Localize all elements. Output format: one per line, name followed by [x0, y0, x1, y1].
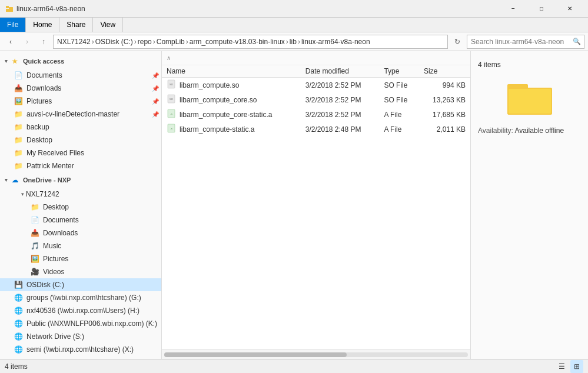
svg-rect-0	[6, 6, 9, 8]
table-row[interactable]: SOlibarm_compute.so3/2/2018 2:52 PMSO Fi…	[162, 78, 470, 93]
file-size-cell: 13,263 KB	[419, 92, 470, 107]
search-wrapper: 🔍	[467, 35, 584, 49]
file-date-cell: 3/2/2018 2:52 PM	[301, 78, 380, 93]
sidebar-item-auvsi[interactable]: 📁 auvsi-cv-lineDetection-master 📌	[0, 108, 161, 121]
sidebar-label-nxl71242: NXL71242	[26, 190, 59, 198]
table-row[interactable]: .alibarm_compute-static.a3/2/2018 2:48 P…	[162, 122, 470, 136]
quick-access-star-icon: ★	[9, 56, 20, 66]
path-lib[interactable]: lib	[290, 38, 297, 46]
tab-view[interactable]: View	[93, 18, 123, 32]
horizontal-scrollbar[interactable]	[162, 349, 470, 359]
pattrick-folder-icon: 📁	[13, 161, 24, 171]
sidebar-item-backup[interactable]: 📁 backup	[0, 121, 161, 134]
sidebar-item-od-downloads[interactable]: 📥 Downloads	[0, 227, 161, 239]
main-area: ▾ ★ Quick access 📄 Documents 📌 📥 Downloa…	[0, 51, 588, 359]
onedrive-header[interactable]: ▾ ☁ OneDrive - NXP	[0, 172, 161, 188]
sidebar-label-pictures: Pictures	[26, 97, 52, 105]
col-name[interactable]: Name	[162, 65, 301, 78]
sidebar-label-od-music: Music	[43, 242, 61, 250]
sidebar-item-nxl71242[interactable]: ▾ NXL71242	[0, 188, 161, 201]
forward-button[interactable]: ›	[20, 35, 34, 49]
sidebar-label-od-desktop: Desktop	[43, 203, 69, 211]
pin-icon: 📌	[152, 72, 159, 79]
public-icon: 🌐	[13, 318, 24, 329]
sidebar-item-downloads[interactable]: 📥 Downloads 📌	[0, 82, 161, 95]
sidebar-item-od-videos[interactable]: 🎥 Videos	[0, 265, 161, 278]
path-complib[interactable]: CompLib	[157, 38, 185, 46]
tab-home[interactable]: Home	[26, 18, 59, 32]
path-repo[interactable]: repo	[138, 38, 152, 46]
refresh-button[interactable]: ↻	[450, 35, 464, 49]
tiles-view-button[interactable]: ⊞	[570, 360, 583, 373]
path-osdisk[interactable]: OSDisk (C:)	[95, 38, 133, 46]
semi-icon: 🌐	[13, 344, 24, 355]
scroll-up-button[interactable]: ∧	[167, 55, 171, 61]
svg-text:SO: SO	[170, 98, 173, 101]
quick-access-header[interactable]: ▾ ★ Quick access	[0, 54, 161, 69]
nxl71242-arrow: ▾	[21, 191, 24, 197]
sidebar-item-od-documents[interactable]: 📄 Documents	[0, 214, 161, 227]
sidebar-item-desktop[interactable]: 📁 Desktop	[0, 134, 161, 146]
sidebar-item-nxf40536[interactable]: 🌐 nxf40536 (\\wbi.nxp.com\Users) (H:)	[0, 304, 161, 317]
path-nxl71242[interactable]: NXL71242	[57, 38, 91, 46]
file-type-cell: SO File	[379, 92, 419, 107]
back-button[interactable]: ‹	[4, 35, 18, 49]
maximize-button[interactable]: □	[528, 0, 555, 18]
close-button[interactable]: ✕	[556, 0, 583, 18]
file-name-cell: SOlibarm_compute.so	[162, 78, 301, 92]
sidebar-label-desktop: Desktop	[26, 136, 52, 144]
sidebar-label-downloads: Downloads	[26, 84, 61, 92]
address-path[interactable]: NXL71242 › OSDisk (C:) › repo › CompLib …	[53, 35, 448, 49]
sidebar-item-semi[interactable]: 🌐 semi (\\wbi.nxp.com\htcshare) (X:)	[0, 343, 161, 356]
path-armcompute[interactable]: arm_compute-v18.03-bin-linux	[190, 38, 285, 46]
file-size-cell: 17,685 KB	[419, 107, 470, 122]
file-name-cell: SOlibarm_compute_core.so	[162, 92, 301, 107]
file-icon: .a	[167, 124, 176, 135]
sidebar-item-pictures[interactable]: 🖼️ Pictures 📌	[0, 95, 161, 108]
onedrive-icon: ☁	[9, 175, 20, 185]
pin-icon-4: 📌	[152, 111, 159, 118]
window-controls: − □ ✕	[500, 0, 583, 18]
file-icon: SO	[167, 79, 176, 91]
col-type[interactable]: Type	[379, 65, 419, 78]
col-date[interactable]: Date modified	[301, 65, 380, 78]
file-size-cell: 994 KB	[419, 78, 470, 93]
col-size[interactable]: Size	[419, 65, 470, 78]
file-content: ∧ Name Date modified Type Size SOlibarm_…	[162, 51, 470, 359]
details-view-button[interactable]: ☰	[555, 360, 568, 373]
preview-availability: Availability: Available offline	[478, 126, 564, 135]
sidebar-item-network-drive[interactable]: 🌐 Network Drive (S:)	[0, 330, 161, 343]
file-icon: .a	[167, 109, 176, 120]
table-row[interactable]: SOlibarm_compute_core.so3/2/2018 2:52 PM…	[162, 92, 470, 107]
desktop-folder-icon: 📁	[13, 135, 24, 145]
sidebar-label-osdisk: OSDisk (C:)	[26, 281, 64, 289]
sidebar-item-received-files[interactable]: 📁 My Received Files	[0, 146, 161, 159]
sidebar-label-network-drive: Network Drive (S:)	[26, 332, 84, 341]
pictures-icon: 🖼️	[13, 96, 24, 106]
svg-rect-1	[6, 9, 13, 12]
svg-rect-2	[9, 7, 13, 9]
sidebar-label-auvsi: auvsi-cv-lineDetection-master	[26, 110, 119, 118]
sidebar-item-od-pictures[interactable]: 🖼️ Pictures	[0, 252, 161, 265]
sidebar-item-od-music[interactable]: 🎵 Music	[0, 239, 161, 252]
window-icon	[5, 4, 14, 14]
table-row[interactable]: .alibarm_compute_core-static.a3/2/2018 2…	[162, 107, 470, 122]
sidebar-label-semi: semi (\\wbi.nxp.com\htcshare) (X:)	[26, 345, 134, 354]
file-list: Name Date modified Type Size SOlibarm_co…	[162, 65, 470, 349]
file-name-cell: .alibarm_compute-static.a	[162, 122, 301, 136]
up-button[interactable]: ↑	[36, 35, 51, 49]
sidebar-item-groups[interactable]: 🌐 groups (\\wbi.nxp.com\htcshare) (G:)	[0, 291, 161, 304]
ribbon: File Home Share View	[0, 18, 588, 32]
sidebar-item-public[interactable]: 🌐 Public (\\NXWNLFP006.wbi.nxp.com) (K:)	[0, 317, 161, 330]
sidebar-item-pattrick[interactable]: 📁 Pattrick Menter	[0, 159, 161, 172]
sidebar-item-osdisk[interactable]: 💾 OSDisk (C:)	[0, 278, 161, 291]
search-input[interactable]	[467, 35, 584, 49]
tab-file[interactable]: File	[0, 18, 26, 32]
status-bar: 4 items ☰ ⊞	[0, 359, 588, 373]
tab-share[interactable]: Share	[59, 18, 93, 32]
path-current[interactable]: linux-arm64-v8a-neon	[301, 38, 370, 46]
minimize-button[interactable]: −	[500, 0, 527, 18]
sidebar-item-documents[interactable]: 📄 Documents 📌	[0, 69, 161, 82]
sidebar-item-od-desktop[interactable]: 📁 Desktop	[0, 201, 161, 214]
sidebar-label-backup: backup	[26, 123, 49, 131]
